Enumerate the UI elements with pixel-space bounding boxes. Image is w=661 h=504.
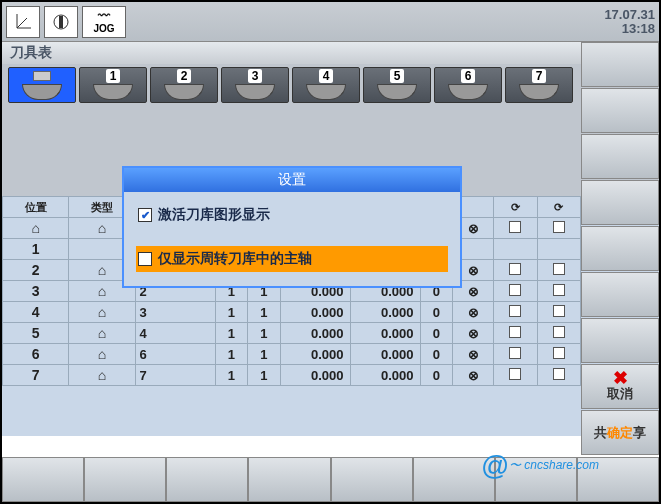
cell-r: 0 — [420, 365, 453, 386]
tool-slot-5[interactable]: 5 — [363, 67, 431, 103]
cell-c1: 1 — [215, 302, 248, 323]
table-row[interactable]: 4⌂3110.0000.0000⊗ — [3, 302, 581, 323]
softkey-2[interactable] — [581, 88, 659, 133]
cell-chk2[interactable] — [537, 260, 580, 281]
softkey-7[interactable] — [581, 318, 659, 363]
cell-chk1[interactable] — [494, 302, 537, 323]
svg-line-2 — [17, 18, 27, 28]
cell-pos: 4 — [3, 302, 69, 323]
cell-chk1[interactable] — [494, 281, 537, 302]
cell-tool: 4 — [135, 323, 215, 344]
cell-s: ⊗ — [453, 344, 494, 365]
cancel-button[interactable]: ✖ 取消 — [581, 364, 659, 409]
bottom-softkey-1[interactable] — [2, 457, 84, 502]
cell-tool: 6 — [135, 344, 215, 365]
option-activate-graphic[interactable]: ✔ 激活刀库图形显示 — [136, 202, 448, 228]
table-row[interactable]: 6⌂6110.0000.0000⊗ — [3, 344, 581, 365]
col-position: 位置 — [3, 197, 69, 218]
cell-v2: 0.000 — [350, 323, 420, 344]
softkey-3[interactable] — [581, 134, 659, 179]
cell-v1: 0.000 — [280, 302, 350, 323]
side-softkeys: ✖ 取消 共确定享 — [581, 42, 659, 456]
cell-chk2[interactable] — [537, 302, 580, 323]
cell-v1: 0.000 — [280, 323, 350, 344]
bottom-softkey-8[interactable] — [577, 457, 659, 502]
cell-s: ⊗ — [453, 323, 494, 344]
bottom-softkey-3[interactable] — [166, 457, 248, 502]
bottom-softkeys — [2, 457, 659, 502]
cell-chk1[interactable] — [494, 218, 537, 239]
cell-pos: 7 — [3, 365, 69, 386]
cell-r: 0 — [420, 323, 453, 344]
date-text: 17.07.31 — [604, 8, 655, 22]
cell-chk1[interactable] — [494, 365, 537, 386]
cell-v2: 0.000 — [350, 344, 420, 365]
tool-slot-7[interactable]: 7 — [505, 67, 573, 103]
svg-rect-4 — [59, 16, 63, 28]
softkey-5[interactable] — [581, 226, 659, 271]
cell-c1: 1 — [215, 323, 248, 344]
col-chk1: ⟳ — [494, 197, 537, 218]
checkbox-icon[interactable] — [138, 252, 152, 266]
cell-pos: 3 — [3, 281, 69, 302]
axis-icon — [6, 6, 40, 38]
softkey-6[interactable] — [581, 272, 659, 317]
cell-r: 0 — [420, 344, 453, 365]
cell-chk1[interactable] — [494, 239, 537, 260]
cell-v1: 0.000 — [280, 344, 350, 365]
cell-v2: 0.000 — [350, 302, 420, 323]
cell-chk2[interactable] — [537, 323, 580, 344]
cell-type: ⌂ — [69, 344, 135, 365]
tool-slot-4[interactable]: 4 — [292, 67, 360, 103]
cell-chk1[interactable] — [494, 260, 537, 281]
cell-v2: 0.000 — [350, 365, 420, 386]
bottom-softkey-7[interactable] — [495, 457, 577, 502]
cell-chk2[interactable] — [537, 365, 580, 386]
cell-c1: 1 — [215, 365, 248, 386]
cell-c1: 1 — [215, 344, 248, 365]
table-row[interactable]: 5⌂4110.0000.0000⊗ — [3, 323, 581, 344]
cell-s: ⊗ — [453, 365, 494, 386]
cell-c2: 1 — [248, 302, 281, 323]
checkbox-icon[interactable]: ✔ — [138, 208, 152, 222]
bottom-softkey-2[interactable] — [84, 457, 166, 502]
cell-c2: 1 — [248, 365, 281, 386]
bottom-softkey-5[interactable] — [331, 457, 413, 502]
cell-chk2[interactable] — [537, 344, 580, 365]
cell-chk1[interactable] — [494, 323, 537, 344]
softkey-4[interactable] — [581, 180, 659, 225]
tool-slot-6[interactable]: 6 — [434, 67, 502, 103]
confirm-button[interactable]: 共确定享 — [581, 410, 659, 455]
jog-mode-icon: 〰 JOG — [82, 6, 126, 38]
cell-r: 0 — [420, 302, 453, 323]
machine-icon — [44, 6, 78, 38]
close-icon: ✖ — [613, 371, 628, 385]
cancel-label: 取消 — [607, 385, 633, 403]
tool-slot-3[interactable]: 3 — [221, 67, 289, 103]
cell-chk2[interactable] — [537, 239, 580, 260]
cell-c2: 1 — [248, 323, 281, 344]
cell-chk2[interactable] — [537, 281, 580, 302]
cell-pos: ⌂ — [3, 218, 69, 239]
content-area: 设置 ✔ 激活刀库图形显示 仅显示周转刀库中的主轴 位置 类型 ⟳ ⟳ — [2, 106, 659, 436]
cell-tool: 3 — [135, 302, 215, 323]
confirm-label: 共确定享 — [594, 424, 646, 442]
time-text: 13:18 — [604, 22, 655, 36]
softkey-1[interactable] — [581, 42, 659, 87]
cell-type: ⌂ — [69, 323, 135, 344]
cell-tool: 7 — [135, 365, 215, 386]
tool-slot-spindle[interactable] — [8, 67, 76, 103]
tool-slot-2[interactable]: 2 — [150, 67, 218, 103]
option-show-spindle-only[interactable]: 仅显示周转刀库中的主轴 — [136, 246, 448, 272]
tool-slot-1[interactable]: 1 — [79, 67, 147, 103]
jog-label: JOG — [93, 23, 114, 34]
cell-pos: 5 — [3, 323, 69, 344]
bottom-softkey-6[interactable] — [413, 457, 495, 502]
top-toolbar: 〰 JOG 17.07.31 13:18 — [2, 2, 659, 42]
bottom-softkey-4[interactable] — [248, 457, 330, 502]
cell-s: ⊗ — [453, 302, 494, 323]
cell-pos: 1 — [3, 239, 69, 260]
cell-chk2[interactable] — [537, 218, 580, 239]
table-row[interactable]: 7⌂7110.0000.0000⊗ — [3, 365, 581, 386]
cell-chk1[interactable] — [494, 344, 537, 365]
